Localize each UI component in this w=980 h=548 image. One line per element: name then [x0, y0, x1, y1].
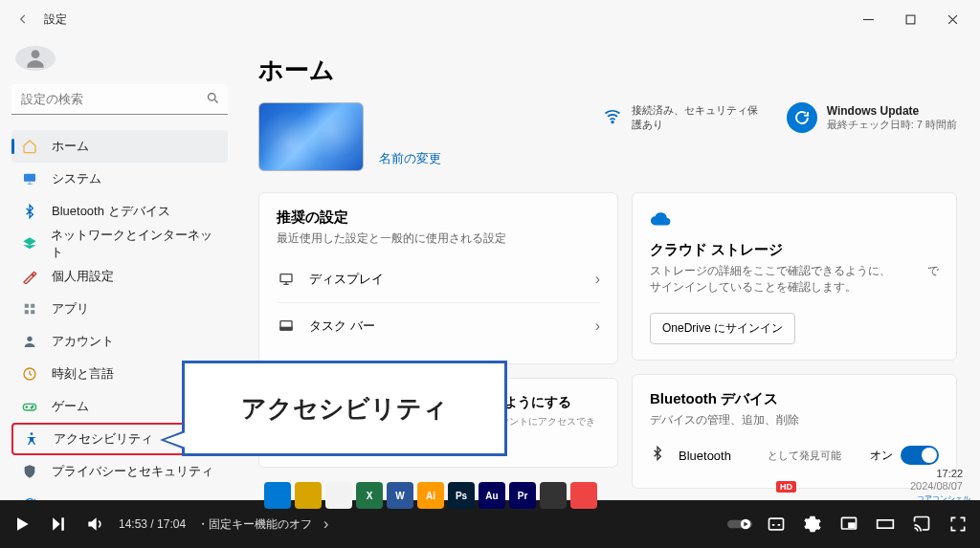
- sidebar-item-apps[interactable]: アプリ: [11, 293, 228, 325]
- taskbar-app[interactable]: X: [356, 482, 383, 509]
- rename-link[interactable]: 名前の変更: [379, 150, 441, 167]
- update-icon: [787, 102, 817, 133]
- svg-rect-20: [769, 518, 784, 530]
- taskbar-app[interactable]: [325, 482, 352, 509]
- taskbar-app[interactable]: Pr: [509, 482, 536, 509]
- display-icon: [277, 272, 296, 287]
- bluetooth-toggle[interactable]: [901, 446, 939, 465]
- sidebar-item-label: アカウント: [52, 333, 114, 350]
- device-thumbnail[interactable]: [258, 102, 364, 171]
- settings-button[interactable]: [800, 512, 825, 537]
- maximize-button[interactable]: [890, 5, 930, 33]
- callout-box: アクセシビリティ: [182, 361, 507, 456]
- sidebar-item-label: 個人用設定: [52, 268, 114, 285]
- back-button[interactable]: [8, 4, 38, 34]
- window-controls: [848, 5, 972, 33]
- taskbar-app[interactable]: [295, 482, 322, 509]
- bluetooth-card: Bluetooth デバイス デバイスの管理、追加、削除 Bluetooth と…: [632, 374, 957, 489]
- cloud-card: クラウド ストレージ ストレージの詳細をここで確認できるように、 で サインイン…: [632, 192, 957, 361]
- sidebar-item-system[interactable]: システム: [11, 163, 228, 195]
- svg-rect-15: [280, 274, 292, 282]
- minimize-button[interactable]: [848, 5, 888, 33]
- accessibility-icon: [23, 430, 40, 448]
- search-input[interactable]: [11, 84, 228, 115]
- search-icon: [206, 91, 220, 109]
- svg-point-1: [32, 50, 40, 58]
- theater-button[interactable]: [873, 512, 898, 537]
- play-button[interactable]: [10, 512, 34, 537]
- system-icon: [21, 170, 38, 187]
- sidebar-item-label: プライバシーとセキュリティ: [52, 463, 213, 480]
- sidebar-item-account[interactable]: アカウント: [11, 325, 228, 358]
- sidebar-item-home[interactable]: ホーム: [11, 130, 228, 163]
- home-icon: [21, 138, 38, 155]
- sidebar-item-label: 時刻と言語: [52, 365, 114, 383]
- miniplayer-button[interactable]: [836, 512, 861, 537]
- sidebar-item-bluetooth[interactable]: Bluetooth とデバイス: [11, 195, 228, 228]
- svg-rect-22: [849, 523, 855, 527]
- svg-point-13: [31, 432, 33, 435]
- recommended-sub: 最近使用した設定と一般的に使用される設定: [277, 230, 600, 247]
- cast-button[interactable]: [909, 512, 934, 537]
- svg-rect-17: [280, 327, 292, 330]
- taskbar-app[interactable]: [570, 482, 597, 509]
- bluetooth-icon: [650, 446, 665, 465]
- setting-row-taskbar[interactable]: タスク バー›: [277, 302, 600, 348]
- chapter-next-icon[interactable]: ›: [323, 515, 328, 533]
- setting-row-display[interactable]: ディスプレイ›: [277, 256, 600, 302]
- bluetooth-icon: [21, 203, 38, 220]
- svg-point-2: [209, 94, 216, 101]
- onedrive-signin-button[interactable]: OneDrive にサインイン: [650, 313, 795, 344]
- recommended-card: 推奨の設定 最近使用した設定と一般的に使用される設定 ディスプレイ›タスク バー…: [258, 192, 618, 364]
- sidebar-item-label: ネットワークとインターネット: [51, 227, 218, 261]
- autoplay-toggle[interactable]: [727, 512, 752, 537]
- volume-button[interactable]: [82, 512, 107, 537]
- taskbar-app[interactable]: Ps: [448, 482, 475, 509]
- taskbar-app[interactable]: Ai: [417, 482, 444, 509]
- windows-update-status[interactable]: Windows Update 最終チェック日時: 7 時間前: [787, 102, 957, 133]
- personalize-icon: [21, 268, 38, 285]
- recommended-title: 推奨の設定: [277, 208, 600, 227]
- taskbar-app[interactable]: W: [387, 482, 413, 509]
- apps-icon: [21, 300, 38, 318]
- setting-row-label: ディスプレイ: [309, 271, 595, 288]
- sidebar-item-label: Bluetooth とデバイス: [52, 203, 170, 220]
- sidebar-item-label: ホーム: [52, 138, 89, 155]
- chevron-right-icon: ›: [595, 318, 600, 335]
- sidebar-item-label: システム: [52, 170, 101, 187]
- cloud-sub: ストレージの詳細をここで確認できるように、 で サインインしていることを確認しま…: [650, 263, 939, 296]
- svg-rect-3: [24, 174, 35, 182]
- page-title: ホーム: [258, 54, 957, 87]
- sidebar-item-label: アプリ: [52, 300, 89, 318]
- wifi-status[interactable]: 接続済み、セキュリティ保護あり: [603, 103, 766, 132]
- search-box[interactable]: [11, 84, 228, 115]
- callout-text: アクセシビリティ: [241, 392, 448, 426]
- cloud-icon: [650, 208, 939, 233]
- fullscreen-button[interactable]: [946, 512, 970, 537]
- svg-rect-7: [31, 310, 34, 314]
- taskbar-app[interactable]: Au: [479, 482, 505, 509]
- time-icon: [21, 365, 38, 383]
- svg-rect-23: [878, 520, 894, 528]
- wu-title: Windows Update: [827, 104, 957, 118]
- sidebar-item-personalize[interactable]: 個人用設定: [11, 260, 228, 293]
- taskbar-app[interactable]: [540, 482, 567, 509]
- captions-button[interactable]: [764, 512, 789, 537]
- setting-row-label: タスク バー: [309, 318, 595, 335]
- hd-badge: HD: [776, 481, 796, 493]
- sidebar-item-network[interactable]: ネットワークとインターネット: [11, 228, 228, 260]
- wifi-icon: [603, 106, 622, 129]
- close-button[interactable]: [932, 5, 972, 33]
- taskbar-app[interactable]: [264, 482, 291, 509]
- window-title: 設定: [44, 11, 67, 28]
- next-button[interactable]: [46, 512, 71, 537]
- svg-rect-6: [25, 310, 29, 314]
- bluetooth-row[interactable]: Bluetooth として発見可能 オン: [650, 438, 939, 472]
- bt-row-label: Bluetooth: [679, 449, 731, 463]
- user-avatar[interactable]: [15, 46, 56, 71]
- titlebar: 設定: [0, 0, 980, 38]
- video-chapter: ・固定キー機能のオフ: [197, 516, 312, 533]
- bt-discoverable: として発見可能: [768, 449, 841, 463]
- sidebar-item-label: ゲーム: [52, 398, 89, 415]
- svg-rect-0: [906, 15, 915, 24]
